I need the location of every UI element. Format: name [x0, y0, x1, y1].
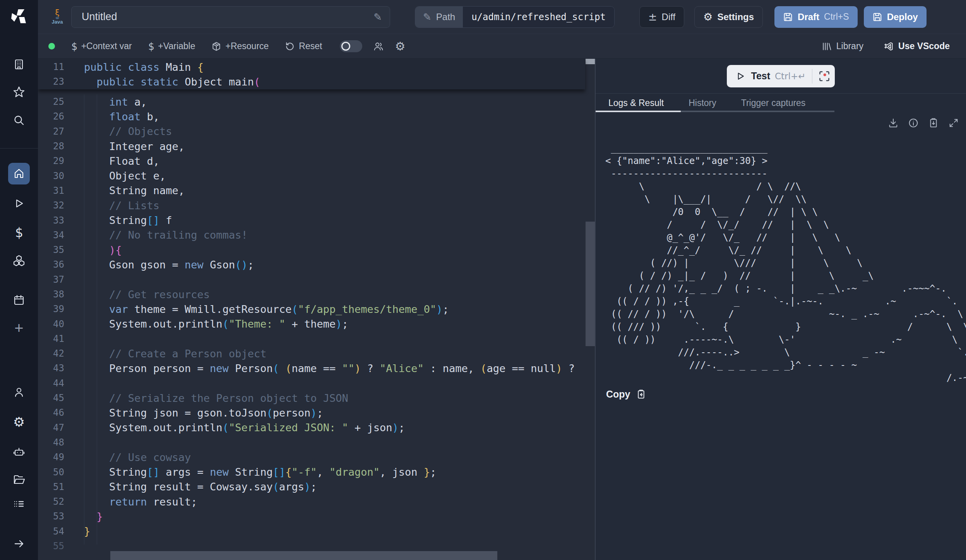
- code-line: 47 System.out.println("Serialized JSON: …: [38, 420, 585, 435]
- tab-logs-result[interactable]: Logs & Result: [608, 98, 664, 108]
- package-icon: [211, 41, 221, 51]
- variables-dollar-icon[interactable]: $: [15, 225, 23, 240]
- code-line: 41: [38, 331, 585, 346]
- add-variable-button[interactable]: $ +Variable: [148, 41, 195, 52]
- reset-button[interactable]: Reset: [285, 41, 322, 51]
- workspace-building-icon[interactable]: [13, 58, 25, 70]
- sidebar-divider: [0, 148, 38, 149]
- code-line: 45 // Serialize the Person object to JSO…: [38, 391, 585, 405]
- diff-mode-toggle[interactable]: [340, 40, 362, 52]
- favorites-star-icon[interactable]: [13, 86, 25, 98]
- play-icon: [735, 71, 745, 81]
- save-icon: [783, 12, 793, 22]
- code-line: 49 // Use cowsay: [38, 450, 585, 464]
- audit-logs-list-icon[interactable]: [13, 498, 25, 510]
- settings-gear-icon[interactable]: ⚙: [13, 414, 25, 430]
- resources-boxes-icon[interactable]: [13, 254, 25, 266]
- add-resource-button[interactable]: +Resource: [211, 41, 269, 51]
- copy-result-button[interactable]: Copy: [606, 389, 646, 400]
- code-line: 29 Float d,: [38, 154, 585, 168]
- code-line: 48: [38, 435, 585, 450]
- result-actions: [888, 118, 959, 128]
- sidebar-item-home[interactable]: [8, 163, 30, 184]
- code-line: 51 String result = Cowsay.say(args);: [38, 480, 585, 494]
- code-line: 26 float b,: [38, 109, 585, 124]
- info-icon[interactable]: [908, 118, 919, 128]
- edit-path-pencil-icon: ✎: [423, 11, 432, 23]
- status-dot: [48, 43, 55, 50]
- add-context-var-button[interactable]: $ +Context var: [71, 41, 132, 52]
- diff-icon: ±: [648, 11, 657, 23]
- code-line: 52 return result;: [38, 494, 585, 509]
- editor-horizontal-scrollbar[interactable]: [110, 551, 497, 560]
- code-line: 42 // Create a Person object: [38, 346, 585, 361]
- code-line: 44: [38, 376, 585, 391]
- tab-history[interactable]: History: [689, 98, 716, 108]
- test-button[interactable]: Test Ctrl+↵: [727, 65, 834, 87]
- home-icon: [13, 168, 25, 179]
- trigger-capture-icon[interactable]: [819, 70, 830, 82]
- use-vscode-button[interactable]: Use VScode: [884, 41, 950, 51]
- dollar-icon: $: [71, 41, 77, 52]
- save-icon: [872, 12, 882, 22]
- cowsay-output: ____________________________ < {"name":"…: [605, 142, 966, 386]
- expand-icon[interactable]: [948, 118, 959, 128]
- add-plus-icon[interactable]: +: [14, 319, 23, 337]
- edit-title-pencil-icon[interactable]: ✎: [373, 11, 382, 23]
- result-tabs: Logs & Result History Trigger captures: [596, 94, 966, 112]
- code-editor[interactable]: 11public class Main {23 public static Ob…: [38, 59, 595, 560]
- search-icon[interactable]: [13, 115, 25, 126]
- draft-shortcut: Ctrl+S: [824, 12, 849, 22]
- draft-button[interactable]: Draft Ctrl+S: [774, 6, 858, 28]
- topbar: ξ ☕ Java Untitled ✎ ✎ Path u/admin/refre…: [38, 0, 966, 34]
- code-line: 23 public static Object main(: [38, 74, 585, 89]
- path-widget[interactable]: ✎ Path u/admin/refreshed_script: [415, 6, 615, 28]
- code-line: 35 ){: [38, 242, 585, 257]
- test-row: Test Ctrl+↵: [596, 59, 966, 94]
- folders-icon[interactable]: [13, 473, 25, 486]
- runs-play-icon[interactable]: [13, 198, 25, 209]
- code-line: 28 Integer age,: [38, 139, 585, 154]
- editor-settings-gear-icon[interactable]: ⚙: [395, 39, 405, 53]
- sticky-lines: 11public class Main {23 public static Ob…: [38, 59, 585, 89]
- code-line: 38 // Get resources: [38, 287, 585, 302]
- editor-vscroll-marker: [586, 59, 595, 64]
- deploy-button[interactable]: Deploy: [864, 6, 927, 28]
- download-icon[interactable]: [888, 118, 899, 128]
- collapse-arrow-icon[interactable]: [13, 538, 25, 550]
- path-label: Path: [436, 12, 455, 22]
- code-line: 31 String name,: [38, 183, 585, 198]
- code-line: 43 Person person = new Person( (name == …: [38, 361, 585, 376]
- library-icon: [822, 41, 832, 51]
- sidebar: $ + ⚙: [0, 0, 38, 560]
- code-line: 39 var theme = Wmill.getResource("f/app_…: [38, 302, 585, 316]
- gear-icon: ⚙: [703, 11, 713, 23]
- vscode-icon: [884, 41, 894, 51]
- code-line: 34 // No trailing commas!: [38, 228, 585, 242]
- code-line: 27 // Objects: [38, 124, 585, 139]
- workers-robot-icon[interactable]: [13, 446, 25, 458]
- code-line: 46 String json = gson.toJson(person);: [38, 405, 585, 420]
- preview-panel: Test Ctrl+↵ Logs & Result History Trigge…: [595, 59, 966, 560]
- code-line: 54}: [38, 524, 585, 539]
- code-line: 40 System.out.println("Theme: " + theme)…: [38, 316, 585, 331]
- schedules-calendar-icon[interactable]: [13, 294, 25, 306]
- editor-vertical-scrollbar[interactable]: [586, 222, 595, 346]
- path-value: u/admin/refreshed_script: [471, 12, 606, 22]
- windmill-logo-icon[interactable]: [11, 9, 27, 24]
- tab-trigger-captures[interactable]: Trigger captures: [741, 98, 806, 108]
- code-line: 30 Object e,: [38, 168, 585, 183]
- settings-button[interactable]: ⚙ Settings: [694, 6, 763, 28]
- library-button[interactable]: Library: [822, 41, 863, 51]
- script-title-input[interactable]: Untitled ✎: [71, 6, 390, 28]
- diff-button[interactable]: ± Diff: [639, 6, 684, 28]
- copy-clipboard-icon: [636, 389, 646, 400]
- editor-toolbar: $ +Context var $ +Variable +Resource Res…: [38, 34, 966, 59]
- copy-json-clipboard-icon[interactable]: [928, 118, 939, 128]
- code-line: 53 }: [38, 509, 585, 524]
- user-icon[interactable]: [13, 386, 25, 398]
- test-shortcut: Ctrl+↵: [775, 71, 805, 81]
- multiplayer-users-icon[interactable]: [373, 41, 384, 52]
- result-content: ____________________________ < {"name":"…: [596, 112, 966, 560]
- code-line: 33 String[] f: [38, 213, 585, 227]
